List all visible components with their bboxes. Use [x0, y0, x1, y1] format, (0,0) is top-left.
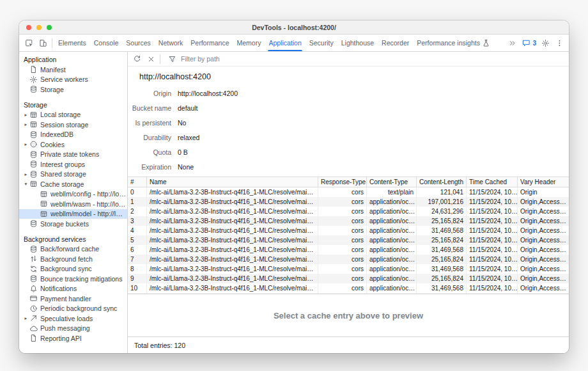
- cache-entry-row-1[interactable]: 1 /mlc-ai/Llama-3.2-3B-Instruct-q4f16_1-…: [128, 197, 569, 207]
- sidebar-item-label: Cookies: [40, 141, 66, 148]
- application-sidebar: Application Manifest Service workers Sto…: [19, 52, 128, 353]
- cache-entry-row-6[interactable]: 6 /mlc-ai/Llama-3.2-3B-Instruct-q4f16_1-…: [128, 245, 569, 255]
- cache-storage-panel: Filter by path http://localhost:4200 Ori…: [128, 52, 569, 353]
- field-quota: Quota 0 B: [128, 145, 569, 159]
- cell-vary-header: Origin,Access…: [518, 274, 569, 283]
- column-header-0[interactable]: #: [128, 177, 147, 187]
- sidebar-item-shared-storage[interactable]: ▸ Shared storage: [19, 170, 127, 180]
- preview-pane: Select a cache entry above to preview: [128, 294, 569, 336]
- chevron-down-icon[interactable]: ▾: [22, 181, 29, 187]
- sidebar-item-service-workers[interactable]: Service workers: [19, 75, 127, 85]
- cell-vary-header: Origin,Access…: [518, 264, 569, 274]
- tab-label: Console: [94, 39, 119, 47]
- column-header-time-cached[interactable]: Time Cached: [467, 177, 518, 187]
- chevron-right-icon[interactable]: ▸: [22, 141, 29, 147]
- sidebar-item-cookies[interactable]: ▸ Cookies: [19, 139, 127, 150]
- sidebar-item-periodic-background-sync[interactable]: Periodic background sync: [19, 304, 127, 314]
- column-header-response-type[interactable]: Response-Type: [318, 177, 367, 187]
- tab-security[interactable]: Security: [306, 35, 337, 51]
- cache-entry-row-7[interactable]: 7 /mlc-ai/Llama-3.2-3B-Instruct-q4f16_1-…: [128, 255, 569, 264]
- refresh-icon[interactable]: [130, 52, 144, 66]
- console-messages-badge[interactable]: 3: [519, 36, 538, 50]
- section-title-application[interactable]: Application: [19, 54, 127, 65]
- toolbar-divider: [52, 38, 52, 48]
- tab-performance[interactable]: Performance: [187, 35, 233, 51]
- sidebar-item-cache-storage[interactable]: ▾ Cache storage: [19, 179, 127, 189]
- cache-entry-row-2[interactable]: 2 /mlc-ai/Llama-3.2-3B-Instruct-q4f16_1-…: [128, 207, 569, 216]
- tab-console[interactable]: Console: [90, 35, 123, 51]
- chevron-right-icon[interactable]: ▸: [22, 315, 29, 321]
- device-toolbar-icon[interactable]: [36, 36, 50, 50]
- cache-entry-row-4[interactable]: 4 /mlc-ai/Llama-3.2-3B-Instruct-q4f16_1-…: [128, 226, 569, 235]
- section-title-background-services[interactable]: Background services: [19, 234, 127, 244]
- cell-number: 4: [128, 226, 147, 235]
- filter-by-path-input[interactable]: Filter by path: [162, 54, 252, 65]
- zoom-window-button[interactable]: [47, 25, 52, 30]
- sidebar-item-reporting-api[interactable]: Reporting API: [19, 333, 127, 343]
- cell-content-type: application/oc…: [367, 255, 417, 264]
- tab-sources[interactable]: Sources: [122, 35, 155, 51]
- inspect-element-icon[interactable]: [22, 36, 36, 50]
- section-title-storage[interactable]: Storage: [19, 100, 127, 110]
- tab-elements[interactable]: Elements: [54, 35, 90, 51]
- sidebar-item-session-storage[interactable]: ▸ Session storage: [19, 120, 127, 130]
- cell-content-length: 25,165,824: [417, 216, 467, 226]
- column-header-content-type[interactable]: Content-Type: [367, 177, 417, 187]
- chevron-right-icon[interactable]: ▸: [22, 171, 29, 177]
- sidebar-item-notifications[interactable]: Notifications: [19, 284, 127, 294]
- table-icon: [40, 190, 48, 198]
- cache-entry-row-10[interactable]: 10 /mlc-ai/Llama-3.2-3B-Instruct-q4f16_1…: [128, 283, 569, 293]
- sidebar-item-webllm-model-http-loc[interactable]: webllm/model - http://loc…: [19, 209, 127, 219]
- settings-gear-icon[interactable]: [538, 36, 552, 50]
- field-expiration: Expiration None: [128, 159, 569, 174]
- cache-entry-row-8[interactable]: 8 /mlc-ai/Llama-3.2-3B-Instruct-q4f16_1-…: [128, 264, 569, 274]
- sidebar-item-interest-groups[interactable]: Interest groups: [19, 159, 127, 170]
- delete-selected-icon[interactable]: [144, 52, 158, 66]
- cache-entry-row-9[interactable]: 9 /mlc-ai/Llama-3.2-3B-Instruct-q4f16_1-…: [128, 274, 569, 283]
- sidebar-item-storage[interactable]: Storage: [19, 84, 127, 95]
- tab-performance-insights[interactable]: Performance insights: [413, 35, 494, 51]
- tab-network[interactable]: Network: [155, 35, 187, 51]
- chevron-right-icon[interactable]: ▸: [22, 122, 29, 127]
- tree-storage: ▸ Local storage ▸ Session storage Indexe…: [19, 110, 127, 229]
- sidebar-item-storage-buckets[interactable]: Storage buckets: [19, 219, 127, 229]
- sidebar-item-manifest[interactable]: Manifest: [19, 65, 127, 75]
- sidebar-item-bounce-tracking-mitigations[interactable]: Bounce tracking mitigations: [19, 274, 127, 284]
- field-value: default: [178, 104, 198, 112]
- window-titlebar: DevTools - localhost:4200/: [19, 20, 569, 35]
- cell-name: /mlc-ai/Llama-3.2-3B-Instruct-q4f16_1-ML…: [147, 274, 318, 283]
- field-durability: Durability relaxed: [128, 130, 569, 145]
- sidebar-item-webllm-wasm-http-loca[interactable]: webllm/wasm - http://loca…: [19, 199, 127, 209]
- sidebar-item-private-state-tokens[interactable]: Private state tokens: [19, 150, 127, 160]
- sidebar-item-speculative-loads[interactable]: ▸ Speculative loads: [19, 313, 127, 324]
- cache-entry-row-0[interactable]: 0 /mlc-ai/Llama-3.2-3B-Instruct-q4f16_1-…: [128, 187, 569, 197]
- database-icon: [29, 85, 38, 93]
- sidebar-item-back-forward-cache[interactable]: Back/forward cache: [19, 244, 127, 255]
- tab-lighthouse[interactable]: Lighthouse: [337, 35, 378, 51]
- cache-entry-row-3[interactable]: 3 /mlc-ai/Llama-3.2-3B-Instruct-q4f16_1-…: [128, 216, 569, 226]
- column-header-name[interactable]: Name: [147, 177, 318, 187]
- close-window-button[interactable]: [26, 25, 31, 30]
- tab-recorder[interactable]: Recorder: [378, 35, 413, 51]
- more-tabs-icon[interactable]: [505, 36, 519, 50]
- sidebar-item-push-messaging[interactable]: Push messaging: [19, 324, 127, 334]
- sidebar-item-local-storage[interactable]: ▸ Local storage: [19, 110, 127, 120]
- cell-number: 5: [128, 235, 147, 245]
- cache-entry-row-5[interactable]: 5 /mlc-ai/Llama-3.2-3B-Instruct-q4f16_1-…: [128, 235, 569, 245]
- sidebar-item-background-sync[interactable]: Background sync: [19, 264, 127, 274]
- sidebar-item-payment-handler[interactable]: Payment handler: [19, 294, 127, 304]
- document-icon: [29, 65, 38, 74]
- minimize-window-button[interactable]: [36, 25, 42, 30]
- chevron-right-icon[interactable]: ▸: [22, 112, 29, 118]
- sidebar-item-webllm-config-http-loc[interactable]: webllm/config - http://loc…: [19, 189, 127, 200]
- field-label: Bucket name: [130, 104, 171, 112]
- tab-memory[interactable]: Memory: [233, 35, 265, 51]
- column-header-content-length[interactable]: Content-Length: [417, 177, 467, 187]
- sidebar-item-indexeddb[interactable]: IndexedDB: [19, 130, 127, 140]
- column-header-vary-header[interactable]: Vary Header: [518, 177, 569, 187]
- sidebar-item-background-fetch[interactable]: Background fetch: [19, 254, 127, 264]
- kebab-menu-icon[interactable]: [552, 36, 566, 50]
- tab-application[interactable]: Application: [265, 35, 305, 51]
- cell-time-cached: 11/15/2024, 10…: [467, 283, 518, 293]
- field-value: No: [178, 119, 186, 127]
